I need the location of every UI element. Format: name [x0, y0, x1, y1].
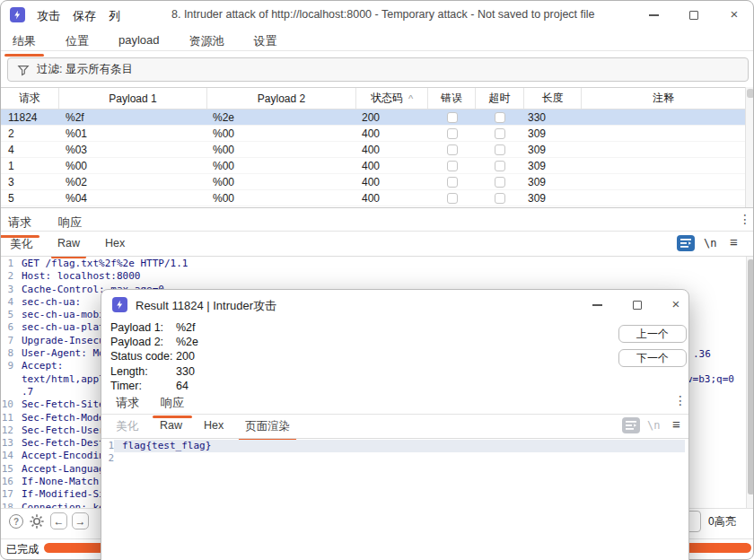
response-editor[interactable]: 1flag{test_flag} 2 — [101, 440, 685, 466]
editor-scrollbar[interactable] — [746, 257, 754, 508]
table-row[interactable]: 4 %03 %00 400 309 — [1, 142, 745, 158]
dialog-close-icon[interactable]: × — [670, 298, 682, 311]
next-button[interactable]: 下一个 — [618, 349, 687, 367]
minimize-icon[interactable] — [647, 9, 660, 22]
message-subtab[interactable]: Hex — [105, 233, 125, 258]
column-header[interactable]: 状态码^ — [356, 88, 428, 109]
divider — [101, 414, 688, 415]
funnel-icon — [17, 64, 30, 76]
main-tab-bar: 结果位置payload资源池设置 — [13, 29, 277, 57]
timeout-checkbox[interactable] — [495, 193, 505, 204]
column-header[interactable]: 请求^ — [1, 88, 59, 109]
help-icon[interactable]: ? — [9, 514, 23, 529]
timeout-checkbox[interactable] — [495, 112, 505, 123]
error-checkbox[interactable] — [447, 112, 458, 123]
dialog-subtab[interactable]: 美化 — [116, 416, 138, 441]
timeout-checkbox[interactable] — [495, 177, 505, 188]
editor-scrollbar-thumb[interactable] — [748, 259, 754, 494]
table-row[interactable]: 2 %01 %00 400 309 — [1, 126, 745, 142]
newline-toggle-icon[interactable]: \n — [704, 237, 716, 249]
message-subtab[interactable]: Raw — [57, 233, 80, 258]
column-header[interactable]: 错误^ — [428, 88, 476, 109]
dialog-field: Length:330 — [110, 364, 198, 379]
response-line: 1flag{test_flag} — [101, 440, 685, 452]
kebab-menu-icon[interactable]: ⋮ — [739, 213, 751, 225]
error-checkbox[interactable] — [447, 177, 458, 188]
results-table-header: 请求^ Payload 1^ Payload 2^ 状态码^ 错误^ 超时^ — [1, 87, 745, 109]
error-checkbox[interactable] — [447, 193, 458, 204]
back-button[interactable]: ← — [50, 512, 67, 529]
menu-item[interactable]: 列 — [109, 8, 120, 24]
dialog-fields: Payload 1:%2f Payload 2:%2e Status code:… — [110, 320, 198, 393]
main-tab[interactable]: payload — [118, 29, 160, 57]
burp-lightning-icon — [10, 7, 25, 22]
dialog-field: Status code:200 — [110, 349, 198, 363]
close-icon[interactable]: × — [728, 8, 741, 21]
window-title: 8. Intruder attack of http://localhost:8… — [171, 8, 595, 21]
divider — [101, 438, 688, 439]
dialog-subtab[interactable]: Raw — [160, 416, 182, 441]
message-subtab[interactable]: 美化 — [10, 233, 32, 258]
column-header[interactable]: Payload 1^ — [59, 88, 207, 109]
hamburger-menu-icon[interactable]: ≡ — [730, 235, 738, 249]
forward-button[interactable]: → — [72, 512, 89, 529]
timeout-checkbox[interactable] — [495, 144, 505, 155]
main-tab[interactable]: 结果 — [13, 29, 36, 57]
status-label: 已完成 — [6, 542, 39, 557]
dialog-maximize-icon[interactable] — [631, 299, 644, 311]
timeout-checkbox[interactable] — [495, 128, 505, 139]
error-checkbox[interactable] — [447, 128, 458, 139]
table-scrollbar[interactable] — [745, 87, 754, 208]
dialog-field: Payload 1:%2f — [110, 320, 198, 335]
divider — [1, 50, 754, 51]
table-row[interactable]: 5 %04 %00 400 309 — [1, 190, 745, 206]
previous-button[interactable]: 上一个 — [618, 325, 687, 343]
request-clipped-text: v=b3;q=0 — [687, 373, 734, 385]
table-row[interactable]: 1 %00 %00 400 309 — [1, 158, 745, 174]
prettify-icon[interactable] — [677, 235, 695, 251]
dialog-subtab-bar: 美化RawHex页面渲染 — [116, 416, 290, 441]
divider — [1, 231, 754, 232]
table-row[interactable]: 11824 %2f %2e 200 330 — [1, 109, 745, 126]
message-subtab-bar: 美化RawHex — [10, 233, 125, 258]
menu-item[interactable]: 保存 — [73, 8, 96, 24]
highlight-count-label: 0高亮 — [708, 514, 736, 529]
error-checkbox[interactable] — [447, 161, 458, 171]
gear-icon[interactable] — [29, 513, 45, 533]
dialog-field: Payload 2:%2e — [110, 335, 198, 349]
dialog-lightning-icon — [112, 297, 127, 312]
dialog-newline-toggle-icon: \n — [647, 419, 660, 432]
table-scrollbar-thumb[interactable] — [747, 89, 754, 98]
splitter[interactable] — [1, 207, 754, 208]
dialog-title: Result 11824 | Intruder攻击 — [136, 298, 276, 314]
dialog-minimize-icon[interactable] — [591, 299, 603, 311]
main-tab[interactable]: 设置 — [254, 29, 277, 57]
menu-item[interactable]: 攻击 — [37, 8, 60, 24]
dialog-hamburger-menu-icon[interactable]: ≡ — [672, 417, 680, 432]
request-line: 1GET /flag.txt%2f%2e HTTP/1.1 — [1, 258, 744, 270]
menu-bar: 攻击保存列 — [37, 8, 133, 24]
response-line: 2 — [101, 452, 685, 465]
column-header[interactable]: 长度^ — [524, 88, 582, 109]
column-header[interactable]: 注释^ — [582, 88, 745, 109]
results-table-body: 11824 %2f %2e 200 330 2 %01 %00 400 309 — [1, 109, 745, 208]
result-dialog: Result 11824 | Intruder攻击 × Payload 1:%2… — [101, 289, 689, 560]
main-tab[interactable]: 资源池 — [189, 29, 224, 57]
sort-asc-icon: ^ — [408, 93, 413, 104]
column-header[interactable]: Payload 2^ — [207, 88, 356, 109]
dialog-subtab[interactable]: Hex — [204, 416, 224, 441]
request-clipped-text: .36 — [693, 348, 711, 360]
filter-bar[interactable]: 过滤: 显示所有条目 — [7, 57, 749, 82]
request-line: 2Host: localhost:8000 — [1, 270, 744, 283]
dialog-prettify-icon — [622, 417, 640, 433]
filter-label: 过滤: 显示所有条目 — [37, 62, 133, 77]
table-row[interactable]: 3 %02 %00 400 309 — [1, 174, 745, 190]
divider — [1, 256, 754, 257]
dialog-subtab[interactable]: 页面渲染 — [245, 416, 290, 441]
error-checkbox[interactable] — [447, 144, 458, 155]
dialog-kebab-menu-icon[interactable]: ⋮ — [674, 394, 687, 407]
column-header[interactable]: 超时^ — [476, 88, 524, 109]
maximize-icon[interactable] — [688, 9, 700, 22]
main-tab[interactable]: 位置 — [66, 29, 89, 57]
timeout-checkbox[interactable] — [495, 161, 505, 171]
